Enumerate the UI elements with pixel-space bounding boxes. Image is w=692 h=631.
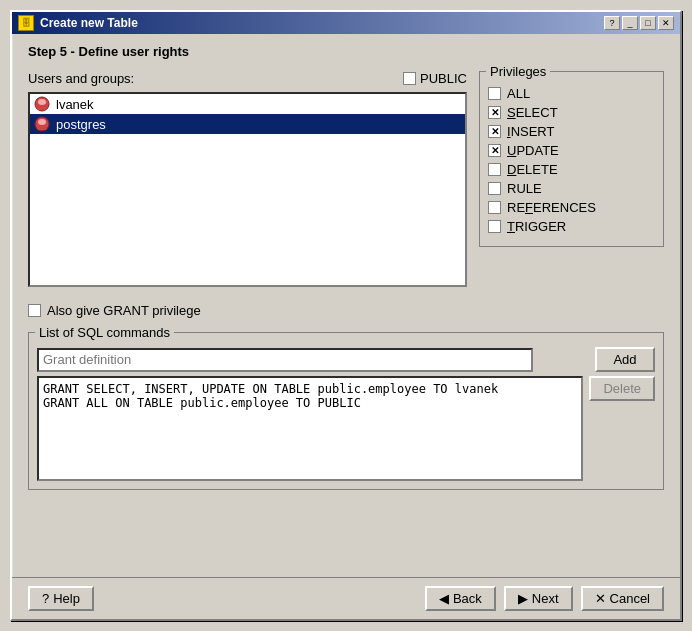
sql-commands-content: Delete	[37, 372, 655, 481]
user-item-postgres[interactable]: postgres	[30, 114, 465, 134]
footer-right: ◀ Back ▶ Next ✕ Cancel	[425, 586, 664, 611]
privileges-legend: Privileges	[486, 64, 550, 79]
priv-insert-label: INSERT	[507, 124, 554, 139]
cancel-icon: ✕	[595, 591, 606, 606]
help-title-btn[interactable]: ?	[604, 16, 620, 30]
svg-point-1	[38, 99, 46, 105]
maximize-btn[interactable]: □	[640, 16, 656, 30]
user-name-postgres: postgres	[56, 117, 106, 132]
sql-input-row: Add	[37, 347, 655, 372]
cancel-button[interactable]: ✕ Cancel	[581, 586, 664, 611]
priv-trigger-label: TRIGGER	[507, 219, 566, 234]
next-button[interactable]: ▶ Next	[504, 586, 573, 611]
main-window: 🗄 Create new Table ? _ □ ✕ Step 5 - Defi…	[10, 10, 682, 621]
help-icon: ?	[42, 591, 49, 606]
add-button[interactable]: Add	[595, 347, 655, 372]
right-panel: Privileges ALL SELECT INSERT	[479, 71, 664, 287]
priv-delete[interactable]: DELETE	[488, 162, 655, 177]
svg-rect-5	[37, 126, 47, 130]
sql-section: List of SQL commands Add Delete	[28, 332, 664, 490]
title-bar: 🗄 Create new Table ? _ □ ✕	[12, 12, 680, 34]
delete-button[interactable]: Delete	[589, 376, 655, 401]
privileges-box: Privileges ALL SELECT INSERT	[479, 71, 664, 247]
close-btn[interactable]: ✕	[658, 16, 674, 30]
grant-definition-input[interactable]	[37, 348, 533, 372]
grant-privilege-row[interactable]: Also give GRANT privilege	[28, 303, 664, 318]
priv-all-checkbox[interactable]	[488, 87, 501, 100]
priv-select[interactable]: SELECT	[488, 105, 655, 120]
users-header: Users and groups: PUBLIC	[28, 71, 467, 86]
priv-delete-label: DELETE	[507, 162, 558, 177]
priv-update-label: UPDATE	[507, 143, 559, 158]
user-name-lvanek: lvanek	[56, 97, 94, 112]
users-list[interactable]: lvanek postgres	[28, 92, 467, 287]
grant-privilege-checkbox[interactable]	[28, 304, 41, 317]
title-bar-left: 🗄 Create new Table	[18, 15, 138, 31]
user-icon	[34, 96, 50, 112]
priv-rule-label: RULE	[507, 181, 542, 196]
help-button[interactable]: ? Help	[28, 586, 94, 611]
step-title: Step 5 - Define user rights	[28, 44, 664, 59]
priv-references-checkbox[interactable]	[488, 201, 501, 214]
main-area: Users and groups: PUBLIC	[28, 71, 664, 287]
priv-update[interactable]: UPDATE	[488, 143, 655, 158]
priv-trigger-checkbox[interactable]	[488, 220, 501, 233]
priv-delete-checkbox[interactable]	[488, 163, 501, 176]
content-area: Step 5 - Define user rights Users and gr…	[12, 34, 680, 577]
window-title: Create new Table	[40, 16, 138, 30]
sql-commands-textarea[interactable]	[37, 376, 583, 481]
svg-rect-2	[37, 106, 47, 110]
user-item-lvanek[interactable]: lvanek	[30, 94, 465, 114]
priv-rule-checkbox[interactable]	[488, 182, 501, 195]
priv-rule[interactable]: RULE	[488, 181, 655, 196]
priv-select-label: SELECT	[507, 105, 558, 120]
cancel-button-label: Cancel	[610, 591, 650, 606]
add-button-label: Add	[613, 352, 636, 367]
delete-button-label: Delete	[603, 381, 641, 396]
sql-section-legend: List of SQL commands	[35, 325, 174, 340]
priv-update-checkbox[interactable]	[488, 144, 501, 157]
priv-insert-checkbox[interactable]	[488, 125, 501, 138]
priv-all[interactable]: ALL	[488, 86, 655, 101]
footer-left: ? Help	[28, 586, 94, 611]
svg-point-4	[38, 119, 46, 125]
title-controls: ? _ □ ✕	[604, 16, 674, 30]
back-arrow-icon: ◀	[439, 591, 449, 606]
grant-privilege-label: Also give GRANT privilege	[47, 303, 201, 318]
public-checkbox[interactable]	[403, 72, 416, 85]
footer: ? Help ◀ Back ▶ Next ✕ Cancel	[12, 577, 680, 619]
public-label: PUBLIC	[420, 71, 467, 86]
next-arrow-icon: ▶	[518, 591, 528, 606]
help-button-label: Help	[53, 591, 80, 606]
priv-insert[interactable]: INSERT	[488, 124, 655, 139]
next-button-label: Next	[532, 591, 559, 606]
back-button-label: Back	[453, 591, 482, 606]
sql-right-buttons: Delete	[589, 376, 655, 481]
window-icon: 🗄	[18, 15, 34, 31]
minimize-btn[interactable]: _	[622, 16, 638, 30]
priv-references-label: REFERENCES	[507, 200, 596, 215]
priv-select-checkbox[interactable]	[488, 106, 501, 119]
user-icon-postgres	[34, 116, 50, 132]
users-label: Users and groups:	[28, 71, 134, 86]
priv-trigger[interactable]: TRIGGER	[488, 219, 655, 234]
left-panel: Users and groups: PUBLIC	[28, 71, 467, 287]
back-button[interactable]: ◀ Back	[425, 586, 496, 611]
priv-all-label: ALL	[507, 86, 530, 101]
priv-references[interactable]: REFERENCES	[488, 200, 655, 215]
public-check[interactable]: PUBLIC	[403, 71, 467, 86]
